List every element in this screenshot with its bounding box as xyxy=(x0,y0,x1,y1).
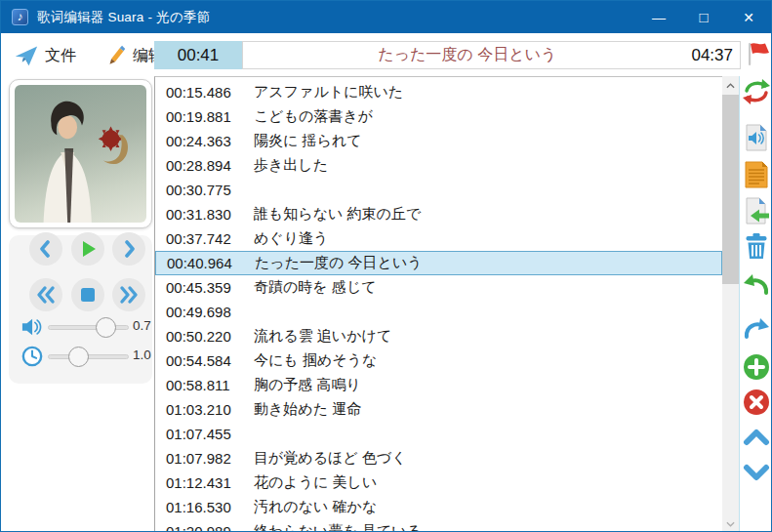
lyric-timestamp: 00:15.486 xyxy=(166,84,254,101)
scroll-down-arrow-icon[interactable] xyxy=(722,515,739,532)
minimize-button[interactable]: — xyxy=(636,1,681,33)
file-button[interactable]: 文件 xyxy=(11,41,80,70)
undo-icon[interactable] xyxy=(743,270,770,298)
paper-plane-icon xyxy=(15,44,38,67)
redo-icon[interactable] xyxy=(743,314,770,342)
forward-button[interactable] xyxy=(112,278,145,311)
lyrics-list[interactable]: 00:15.486 アスファルトに咲いた 00:19.881 こどもの落書きが … xyxy=(154,76,722,532)
lyric-timestamp: 01:03.210 xyxy=(166,401,254,418)
lyric-timestamp: 01:12.431 xyxy=(166,474,254,491)
total-time-display: 04:37 xyxy=(691,46,740,65)
scrollbar-thumb[interactable] xyxy=(722,95,739,284)
speed-value: 1.0 xyxy=(133,348,151,362)
album-art xyxy=(9,79,152,228)
close-button[interactable]: ✕ xyxy=(726,1,771,33)
clock-icon xyxy=(21,346,43,371)
lyric-row[interactable]: 00:31.830 誰も知らない 約束の丘で xyxy=(155,202,722,226)
lyric-row[interactable]: 01:12.431 花のように 美しい xyxy=(155,471,722,495)
lyric-timestamp: 01:07.455 xyxy=(166,426,254,442)
toolbar: 文件 编辑 00:41 たった一度の 今日という 04:37 xyxy=(1,33,771,76)
lyric-row[interactable]: 01:16.530 汚れのない 確かな xyxy=(155,495,722,519)
scroll-up-arrow-icon[interactable] xyxy=(722,77,739,94)
lyric-row[interactable]: 00:50.220 流れる雲 追いかけて xyxy=(155,324,722,348)
speaker-icon xyxy=(21,316,45,342)
rewind-button[interactable] xyxy=(29,278,62,311)
app-window: ♪ 歌词编辑器 Suara - 光の季節 — □ ✕ 文件 编辑 00:41 た… xyxy=(0,0,772,532)
pencil-icon xyxy=(104,45,126,66)
lyric-timestamp: 01:20.989 xyxy=(166,523,254,532)
flag-icon xyxy=(745,40,770,71)
lyric-text: 汚れのない 確かな xyxy=(254,498,377,516)
app-icon: ♪ xyxy=(12,9,28,25)
lyric-text: 陽炎に 揺られて xyxy=(254,132,362,150)
lyric-row[interactable]: 00:19.881 こどもの落書きが xyxy=(155,104,722,129)
lyric-timestamp: 01:16.530 xyxy=(166,499,254,515)
lyric-row[interactable]: 00:54.584 今にも 掴めそうな xyxy=(155,348,722,373)
lyric-text: こどもの落書きが xyxy=(254,107,373,126)
move-up-icon[interactable] xyxy=(743,424,770,451)
lyric-row[interactable]: 00:30.775 xyxy=(155,178,722,202)
speed-slider[interactable] xyxy=(48,354,129,359)
lyric-timestamp: 01:07.982 xyxy=(166,450,254,467)
lyric-timestamp: 00:54.584 xyxy=(166,352,254,369)
current-time-display: 00:41 xyxy=(154,41,242,69)
lyric-text: 今にも 掴めそうな xyxy=(254,351,377,370)
lyric-timestamp: 00:50.220 xyxy=(166,328,254,345)
lyric-row[interactable]: 00:15.486 アスファルトに咲いた xyxy=(155,80,722,104)
lyric-row[interactable]: 00:45.359 奇蹟の時を 感じて xyxy=(155,275,722,300)
lyric-timestamp: 00:31.830 xyxy=(166,206,254,223)
flag-button[interactable] xyxy=(744,41,771,70)
lyric-row[interactable]: 00:58.811 胸の予感 高鳴り xyxy=(155,373,722,397)
lyric-row[interactable]: 01:03.210 動き始めた 運命 xyxy=(155,397,722,422)
lyric-row[interactable]: 01:07.982 目が覚めるほど 色づく xyxy=(155,446,722,471)
next-button[interactable] xyxy=(112,232,145,266)
lyric-row[interactable]: 01:07.455 xyxy=(155,422,722,446)
lyric-timestamp: 00:37.742 xyxy=(166,230,254,247)
add-icon[interactable] xyxy=(743,353,770,381)
volume-slider[interactable] xyxy=(48,325,129,330)
lyric-row[interactable]: 00:24.363 陽炎に 揺られて xyxy=(155,129,722,153)
lyric-text: 誰も知らない 約束の丘で xyxy=(254,205,421,224)
current-lyric-text: たった一度の 今日という xyxy=(243,45,691,65)
lyric-text: 胸の予感 高鳴り xyxy=(254,376,361,394)
lyric-text: たった一度の 今日という xyxy=(255,254,423,272)
window-title: 歌词编辑器 Suara - 光の季節 xyxy=(37,9,210,26)
lyric-text: 流れる雲 追いかけて xyxy=(254,327,391,346)
trash-icon[interactable] xyxy=(743,232,770,260)
lyric-timestamp: 00:45.359 xyxy=(166,279,254,296)
current-lyric-box: たった一度の 今日という 04:37 xyxy=(242,41,741,69)
lyric-text: アスファルトに咲いた xyxy=(254,83,403,102)
speed-row: 1.0 xyxy=(9,346,152,369)
import-file-icon[interactable] xyxy=(743,197,770,225)
scrollbar[interactable] xyxy=(722,76,739,532)
lyric-text: 終わらない夢を 見ている xyxy=(254,522,422,532)
move-down-icon[interactable] xyxy=(743,459,770,486)
file-button-label: 文件 xyxy=(45,46,76,66)
lyric-row[interactable]: 01:20.989 終わらない夢を 見ている xyxy=(155,519,722,532)
lyric-text: 目が覚めるほど 色づく xyxy=(254,449,407,468)
titlebar: ♪ 歌词编辑器 Suara - 光の季節 — □ ✕ xyxy=(1,1,771,33)
stop-button[interactable] xyxy=(71,278,104,311)
lyric-text: めぐり逢う xyxy=(254,229,328,248)
speed-slider-knob[interactable] xyxy=(68,347,89,367)
document-icon[interactable] xyxy=(743,161,770,188)
lyric-row[interactable]: 00:37.742 めぐり逢う xyxy=(155,226,722,251)
audio-file-icon[interactable] xyxy=(743,124,770,151)
volume-slider-knob[interactable] xyxy=(96,317,116,338)
lyric-timestamp: 00:49.698 xyxy=(166,304,254,320)
remove-icon[interactable] xyxy=(743,389,770,416)
sync-icon[interactable] xyxy=(743,78,770,105)
maximize-button[interactable]: □ xyxy=(681,1,726,33)
lyric-row[interactable]: 00:28.894 歩き出した xyxy=(155,153,722,178)
lyric-timestamp: 00:19.881 xyxy=(166,108,254,125)
lyric-timestamp: 00:40.964 xyxy=(167,255,255,271)
lyric-text: 歩き出した xyxy=(254,156,328,175)
playback-panel: 0.7 1.0 xyxy=(9,235,152,384)
play-button[interactable] xyxy=(71,232,104,266)
previous-button[interactable] xyxy=(29,232,62,266)
volume-value: 0.7 xyxy=(133,318,151,333)
lyric-timestamp: 00:58.811 xyxy=(166,377,254,393)
lyric-timestamp: 00:24.363 xyxy=(166,133,254,149)
lyric-row[interactable]: 00:49.698 xyxy=(155,300,722,324)
lyric-row[interactable]: 00:40.964 たった一度の 今日という xyxy=(155,251,722,275)
